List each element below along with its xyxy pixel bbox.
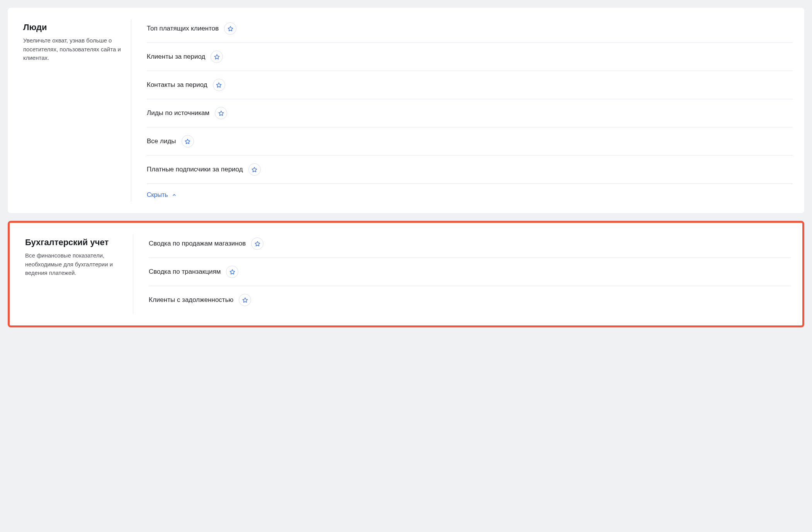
svg-marker-3	[219, 111, 224, 115]
star-icon	[251, 167, 257, 173]
svg-marker-6	[255, 241, 260, 246]
report-item-top-paying-customers[interactable]: Топ платящих клиентов	[147, 19, 793, 43]
collapse-label: Скрыть	[147, 191, 168, 198]
star-icon	[216, 82, 222, 88]
section-title: Бухгалтерский учет	[25, 237, 125, 247]
report-item-contacts-over-time[interactable]: Контакты за период	[147, 71, 793, 99]
svg-marker-7	[230, 269, 235, 274]
report-item-paid-subscribers-over-time[interactable]: Платные подписчики за период	[147, 156, 793, 184]
star-icon	[242, 297, 248, 303]
report-item-label: Лиды по источникам	[147, 109, 209, 117]
report-item-customers-with-debt[interactable]: Клиенты с задолженностью	[149, 286, 791, 314]
favorite-button[interactable]	[248, 163, 261, 176]
favorite-button[interactable]	[251, 237, 263, 250]
section-card-accounting: Бухгалтерский учет Все финансовые показа…	[8, 221, 804, 327]
report-item-label: Клиенты за период	[147, 53, 205, 61]
report-item-customers-over-time[interactable]: Клиенты за период	[147, 43, 793, 71]
star-icon	[228, 26, 233, 32]
section-right: Сводка по продажам магазинов Сводка по т…	[149, 234, 791, 314]
svg-marker-2	[217, 83, 222, 87]
favorite-button[interactable]	[224, 22, 236, 35]
star-icon	[185, 139, 190, 144]
report-item-label: Сводка по продажам магазинов	[149, 240, 246, 247]
section-left: Бухгалтерский учет Все финансовые показа…	[25, 234, 133, 314]
favorite-button[interactable]	[211, 51, 223, 63]
svg-marker-8	[243, 298, 248, 302]
report-item-label: Контакты за период	[147, 81, 207, 89]
section-title: Люди	[23, 22, 123, 32]
collapse-button[interactable]: Скрыть	[147, 184, 793, 202]
chevron-up-icon	[172, 193, 177, 197]
report-item-label: Клиенты с задолженностью	[149, 296, 233, 304]
report-item-transactions-summary[interactable]: Сводка по транзакциям	[149, 258, 791, 286]
section-left: Люди Увеличьте охват, узнав больше о пос…	[23, 19, 131, 202]
svg-marker-4	[185, 139, 190, 144]
report-item-leads-by-source[interactable]: Лиды по источникам	[147, 99, 793, 127]
star-icon	[218, 110, 224, 116]
report-item-label: Все лиды	[147, 137, 176, 145]
favorite-button[interactable]	[239, 294, 251, 306]
report-item-label: Сводка по транзакциям	[149, 268, 221, 276]
report-item-store-sales-summary[interactable]: Сводка по продажам магазинов	[149, 234, 791, 258]
section-description: Все финансовые показатели, необходимые д…	[25, 251, 125, 278]
svg-marker-1	[214, 54, 219, 59]
favorite-button[interactable]	[226, 266, 238, 278]
section-card-people: Люди Увеличьте охват, узнав больше о пос…	[8, 8, 804, 213]
report-item-all-leads[interactable]: Все лиды	[147, 127, 793, 156]
section-right: Топ платящих клиентов Клиенты за период …	[147, 19, 793, 202]
section-description: Увеличьте охват, узнав больше о посетите…	[23, 36, 123, 63]
star-icon	[229, 269, 235, 275]
favorite-button[interactable]	[213, 79, 225, 91]
favorite-button[interactable]	[182, 135, 194, 147]
favorite-button[interactable]	[215, 107, 227, 119]
svg-marker-0	[228, 26, 233, 31]
report-item-label: Платные подписчики за период	[147, 166, 243, 173]
svg-marker-5	[252, 167, 257, 172]
star-icon	[214, 54, 220, 60]
star-icon	[255, 241, 260, 247]
report-item-label: Топ платящих клиентов	[147, 25, 219, 32]
